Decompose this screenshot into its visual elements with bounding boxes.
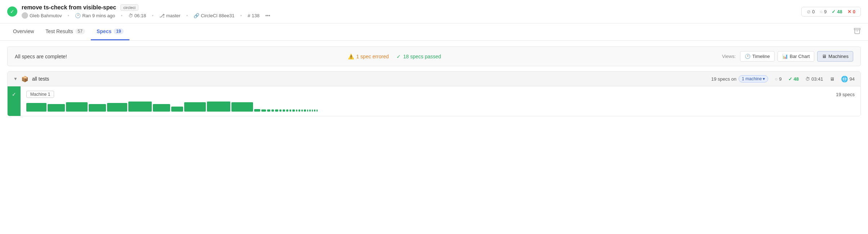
bar-block (283, 109, 285, 112)
passed-stat-row: ✓ 48 (788, 76, 799, 82)
header-title-block: remove ts-check from visible-spec circle… (22, 4, 270, 19)
bar-block (66, 102, 88, 112)
passed-stat: ✓ 18 specs passed (397, 54, 441, 59)
specs-on-text: 19 specs on (711, 76, 736, 82)
main-content: All specs are complete! ⚠️ 1 spec errore… (0, 41, 868, 122)
tab-specs[interactable]: Specs 19 (91, 23, 129, 40)
header-stats: ⊘ 0 ○ 9 ✓ 48 ✕ 0 (801, 7, 861, 17)
views-label: Views: (722, 54, 736, 59)
bar-block (286, 109, 288, 112)
bar-block (207, 102, 230, 112)
chevron-down-icon[interactable]: ▼ (13, 76, 18, 81)
bar-block (153, 104, 170, 112)
table-header-left: ▼ 📦 all tests (13, 76, 707, 82)
bar-block (316, 109, 318, 112)
commit-ref: CircleCI 88ee31 (201, 13, 234, 18)
pending-stat-row: ○ 9 (775, 76, 781, 82)
monitor-icon: 🖥 (830, 76, 834, 82)
bar-block (314, 109, 315, 112)
status-message: All specs are complete! (15, 54, 67, 59)
table-header-right: 19 specs on 1 machine ▾ ○ 9 ✓ 48 ⏱ 03:41 (711, 75, 855, 82)
page-header: ✓ remove ts-check from visible-spec circ… (0, 0, 868, 23)
passed-label: 18 specs passed (403, 54, 441, 59)
more-icon[interactable]: ••• (265, 13, 270, 18)
bar-block (107, 103, 127, 112)
specs-total: 19 specs (836, 92, 855, 97)
warning-icon: ⚠️ (348, 54, 354, 59)
bar-block (128, 102, 152, 112)
branch-name: master (166, 13, 181, 18)
duration: 06:18 (134, 13, 146, 18)
pending-stat: ○ 9 (820, 9, 827, 14)
machine-sidebar-check: ✓ (8, 86, 21, 116)
failed-count: 0 (853, 9, 855, 14)
failed-icon: ✕ (847, 9, 851, 14)
bar-block (296, 109, 297, 112)
bar-block (267, 109, 270, 112)
package-icon: 📦 (21, 76, 28, 82)
bar-block (261, 109, 266, 112)
duration-item: ⏱ 06:18 (128, 13, 146, 18)
success-icon: ✓ (7, 6, 17, 17)
bar-block (289, 109, 291, 112)
chrome-icon: 🌐 (841, 76, 848, 82)
specs-table: ▼ 📦 all tests 19 specs on 1 machine ▾ ○ … (7, 71, 861, 116)
archive-icon[interactable] (854, 27, 861, 36)
ran-time-item: 🕐 Ran 9 mins ago (75, 13, 115, 18)
bar-block (307, 109, 308, 112)
blocked-count: 0 (812, 9, 815, 14)
table-header-row: ▼ 📦 all tests 19 specs on 1 machine ▾ ○ … (8, 72, 860, 86)
machines-icon: 🖥 (822, 54, 827, 59)
chevron-down-icon-badge: ▾ (763, 76, 765, 81)
bar-chart-icon: 📊 (782, 54, 788, 59)
tab-test-results[interactable]: Test Results 57 (40, 23, 91, 40)
bar-block (298, 109, 300, 112)
blocked-stat: ⊘ 0 (807, 9, 815, 14)
timeline-icon: 🕐 (745, 54, 750, 59)
status-bar: All specs are complete! ⚠️ 1 spec errore… (7, 46, 861, 66)
commit-item: 🔗 CircleCI 88ee31 (194, 13, 234, 18)
specs-badge: 19 (114, 28, 123, 34)
timeline-view-button[interactable]: 🕐 Timeline (740, 51, 775, 62)
bar-block (275, 109, 278, 112)
branch-icon: ⎇ (159, 13, 165, 18)
passed-icon: ✓ (832, 9, 836, 14)
bar-block (184, 102, 206, 112)
spec-bars (26, 102, 855, 112)
group-label: all tests (32, 76, 49, 82)
circle-icon: ○ (775, 76, 778, 82)
bar-block (309, 109, 311, 112)
failed-stat: ✕ 0 (847, 9, 855, 14)
bar-block (312, 109, 313, 112)
machines-view-button[interactable]: 🖥 Machines (817, 51, 853, 62)
blocked-icon: ⊘ (807, 9, 811, 14)
check-icon-row: ✓ (788, 76, 792, 82)
bar-block (171, 107, 183, 112)
bar-block (26, 103, 46, 112)
test-results-badge: 57 (75, 28, 85, 34)
timer-icon: ⏱ (128, 13, 133, 18)
link-icon: 🔗 (194, 13, 199, 18)
commit-title: remove ts-check from visible-spec (22, 4, 116, 11)
tab-overview[interactable]: Overview (7, 23, 40, 40)
view-controls: Views: 🕐 Timeline 📊 Bar Chart 🖥 Machines (722, 51, 853, 62)
bar-block (231, 102, 253, 112)
run-number-item: # 138 (248, 13, 260, 18)
machine-row: ✓ Machine 1 19 specs (8, 86, 860, 116)
timer-icon-row: ⏱ (805, 76, 810, 82)
bar-block (89, 104, 106, 112)
machine-check-icon: ✓ (12, 91, 16, 97)
branch-item: ⎇ master (159, 13, 181, 18)
machine-label-row: Machine 1 19 specs (26, 91, 855, 98)
bar-chart-view-button[interactable]: 📊 Bar Chart (778, 51, 815, 62)
pending-icon: ○ (820, 9, 823, 14)
avatar (22, 12, 28, 19)
machine-count-badge[interactable]: 1 machine ▾ (739, 75, 768, 82)
duration-stat-row: ⏱ 03:41 (805, 76, 823, 82)
passed-count-row: 48 (794, 76, 799, 82)
status-stats: ⚠️ 1 spec errored ✓ 18 specs passed (348, 54, 441, 59)
bar-block (271, 109, 274, 112)
check-icon-status: ✓ (397, 54, 401, 59)
pending-count-row: 9 (779, 76, 781, 82)
bar-block (301, 109, 303, 112)
